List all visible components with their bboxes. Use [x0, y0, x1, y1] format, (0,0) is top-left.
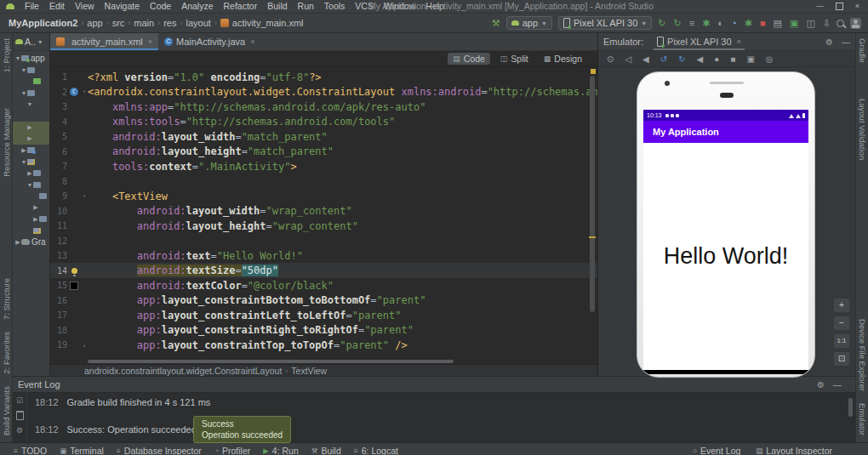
close-icon[interactable]: × [148, 37, 152, 46]
menu-view[interactable]: View [70, 0, 100, 13]
tree-row[interactable]: ▶ [13, 145, 49, 156]
tree-row[interactable] [13, 225, 49, 237]
menu-code[interactable]: Code [145, 0, 176, 13]
mode-split-button[interactable]: ◫Split [495, 53, 534, 65]
tool-strip-layout-validation[interactable]: Layout Validation [858, 99, 867, 160]
breadcrumb-item[interactable]: src [112, 18, 125, 28]
fold-marker-icon[interactable]: ▴ [81, 342, 88, 349]
tree-row[interactable]: ▶ [13, 168, 49, 179]
hide-panel-icon[interactable]: — [833, 380, 842, 390]
build-hammer-icon[interactable]: ⚒ [492, 17, 500, 29]
tool-strip-emulator[interactable]: Emulator [858, 403, 867, 435]
statusbar-logcat[interactable]: ≡6: Logcat [354, 446, 398, 455]
breadcrumb-item[interactable]: layout [186, 18, 210, 28]
tool-strip-resource-manager[interactable]: Resource Manager [2, 108, 11, 177]
profile-avatar[interactable] [850, 18, 861, 29]
close-icon[interactable]: × [250, 37, 254, 46]
notification-balloon[interactable]: Success Operation succeeded [193, 416, 291, 443]
menu-analyze[interactable]: Analyze [176, 0, 218, 13]
avd-manager-icon[interactable]: ◫ [806, 17, 814, 29]
tree-row[interactable]: ▶ [13, 134, 49, 145]
xml-breadcrumb-item[interactable]: TextView [291, 366, 327, 376]
statusbar-event-log[interactable]: ○Event Log [693, 446, 740, 455]
device-manager-icon[interactable]: ▤ [774, 17, 782, 29]
menu-refactor[interactable]: Refactor [219, 0, 263, 13]
emulator-device-tab[interactable]: Pixel XL API 30 × [654, 33, 745, 50]
profiler-icon[interactable]: ◔ [731, 17, 737, 29]
menu-tools[interactable]: Tools [319, 0, 351, 13]
tab-mainactivity-java[interactable]: CMainActivity.java× [158, 33, 260, 50]
device-dropdown[interactable]: Pixel XL API 30 ▼ [558, 16, 652, 30]
statusbar-database-inspector[interactable]: ≡Database Inspector [117, 446, 202, 455]
breadcrumb-file[interactable]: activity_main.xml [232, 18, 304, 28]
tree-row[interactable]: ▼app [13, 53, 49, 65]
menu-edit[interactable]: Edit [44, 0, 70, 13]
minimize-button[interactable]: — [816, 0, 824, 13]
project-view-selector[interactable]: A.. ▼ [13, 33, 49, 51]
tool-strip-2-favorites[interactable]: 2: Favorites [2, 332, 11, 374]
fit-screen-button[interactable]: ⊡ [834, 352, 849, 366]
sync-icon[interactable]: ≡ [689, 17, 694, 29]
mode-code-button[interactable]: ▤Code [448, 53, 490, 65]
maximize-button[interactable] [836, 3, 843, 10]
search-icon[interactable] [837, 20, 844, 27]
hide-panel-icon[interactable]: — [842, 37, 850, 47]
zoom-in-button[interactable]: + [834, 299, 849, 312]
sdk-manager-icon[interactable]: ⇩ [823, 17, 831, 29]
tool-strip-7-structure[interactable]: 7: Structure [2, 278, 11, 320]
menu-run[interactable]: Run [293, 0, 319, 13]
statusbar-build[interactable]: ⚒Build [311, 446, 341, 455]
breadcrumb-item[interactable]: app [87, 18, 102, 28]
tree-row[interactable]: ▶Gra [13, 236, 49, 248]
rotate-right-icon[interactable]: ↻ [678, 54, 685, 64]
statusbar-terminal[interactable]: ▣Terminal [60, 446, 104, 455]
scrollbar-thumb[interactable] [88, 360, 454, 363]
trash-icon[interactable] [16, 411, 24, 420]
lightbulb-icon[interactable] [71, 268, 77, 274]
tree-row[interactable]: ▶ [13, 122, 49, 134]
tree-row[interactable]: ▼ [13, 65, 49, 77]
snapshot-icon[interactable]: ◎ [766, 54, 774, 64]
menu-file[interactable]: File [20, 0, 44, 13]
run-config-dropdown[interactable]: app ▼ [506, 16, 552, 30]
tool-strip-gradle[interactable]: Gradle [858, 38, 867, 63]
wrench-icon[interactable]: ⚙ [16, 426, 23, 435]
menu-navigate[interactable]: Navigate [100, 0, 145, 13]
breadcrumb-item[interactable]: MyApplication2 [9, 18, 77, 28]
debug-restart-icon[interactable]: ↻ [674, 17, 682, 29]
volume-up-icon[interactable]: ◀ [642, 54, 649, 64]
tree-row[interactable]: ▶ [13, 213, 49, 225]
attach-profiler-icon[interactable]: ✱ [745, 17, 752, 29]
tree-row[interactable]: ▼ [13, 99, 49, 111]
tree-row[interactable] [13, 111, 49, 122]
xml-breadcrumb-item[interactable]: androidx.constraintlayout.widget.Constra… [84, 366, 282, 376]
mode-design-button[interactable]: ▦Design [539, 53, 587, 65]
statusbar-layout-inspector[interactable]: ▤Layout Inspector [756, 446, 832, 455]
close-icon[interactable]: × [737, 37, 741, 46]
statusbar-todo[interactable]: ≡TODO [14, 446, 47, 455]
run-restart-icon[interactable]: ↻ [658, 17, 665, 29]
stop-icon[interactable]: ■ [760, 17, 766, 29]
code-editor[interactable]: 1<?xml version="1.0" encoding="utf-8"?>2… [50, 67, 597, 359]
event-log-scrollbar[interactable] [848, 398, 853, 417]
tree-row[interactable]: ▼ [13, 179, 49, 191]
phone-screen[interactable]: 10:13 My [643, 110, 808, 374]
breadcrumb-item[interactable]: res [163, 18, 176, 28]
rotate-left-icon[interactable]: ↺ [660, 54, 667, 64]
menu-build[interactable]: Build [262, 0, 292, 13]
apply-changes-icon[interactable]: ◐ [717, 17, 723, 29]
editor-horizontal-scrollbar[interactable] [50, 359, 597, 364]
tree-row[interactable]: ▼ [13, 156, 49, 168]
tree-row[interactable]: ▶ [13, 202, 49, 214]
tree-row[interactable]: ▼ [13, 88, 49, 100]
home-icon[interactable]: ● [714, 54, 719, 64]
power-icon[interactable]: ⊙ [607, 54, 614, 64]
breadcrumb-item[interactable]: main [134, 18, 154, 28]
tab-activity_main-xml[interactable]: activity_main.xml× [50, 33, 158, 50]
filter-checkbox-icon[interactable]: ☑ [16, 396, 23, 405]
back-icon[interactable]: ◀ [697, 54, 704, 64]
overview-icon[interactable]: ■ [730, 54, 735, 64]
zoom-out-button[interactable]: − [834, 316, 849, 330]
tool-strip-1-project[interactable]: 1: Project [2, 38, 11, 72]
tree-row[interactable] [13, 191, 49, 202]
